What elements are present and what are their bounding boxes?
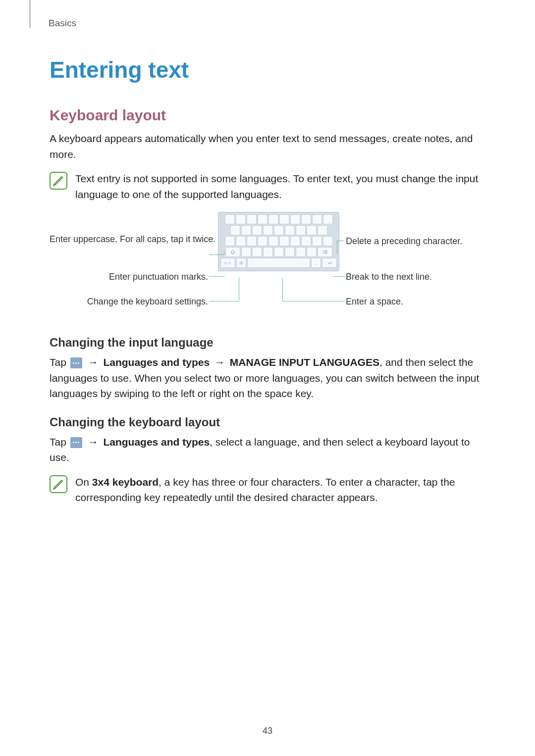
crop-mark bbox=[30, 0, 30, 28]
3x4-keyboard-note: On 3x4 keyboard, a key has three or four… bbox=[50, 474, 490, 505]
note-icon bbox=[50, 475, 67, 493]
svg-point-0 bbox=[241, 262, 242, 264]
subsection-keyboard-layout: Keyboard layout bbox=[50, 107, 490, 124]
page-title: Entering text bbox=[50, 56, 490, 83]
callout-punctuation: Enter punctuation marks. bbox=[50, 271, 208, 283]
enter-key-icon bbox=[322, 258, 337, 268]
change-input-language-paragraph: Tap → Languages and types → MANAGE INPUT… bbox=[50, 354, 490, 402]
keyboard-diagram: !1☺ . Enter uppercase. For all caps, tap… bbox=[50, 212, 495, 321]
note-icon bbox=[50, 172, 67, 190]
symbol-key-icon: !1☺ bbox=[220, 258, 235, 268]
keyboard-illustration: !1☺ . bbox=[218, 212, 339, 271]
more-options-icon bbox=[70, 357, 82, 368]
change-keyboard-layout-paragraph: Tap → Languages and types, select a lang… bbox=[50, 434, 490, 465]
more-options-icon bbox=[70, 437, 82, 448]
callout-delete: Delete a preceding character. bbox=[346, 236, 462, 247]
menu-languages-and-types: Languages and types bbox=[103, 436, 210, 448]
heading-change-input-language: Changing the input language bbox=[50, 336, 490, 350]
language-support-note: Text entry is not supported in some lang… bbox=[50, 171, 490, 202]
heading-change-keyboard-layout: Changing the keyboard layout bbox=[50, 415, 490, 429]
note-text: Text entry is not supported in some lang… bbox=[75, 171, 490, 202]
callout-uppercase: Enter uppercase. For all caps, tap it tw… bbox=[50, 234, 208, 245]
callout-nextline: Break to the next line. bbox=[346, 271, 432, 283]
menu-languages-and-types: Languages and types bbox=[103, 356, 213, 368]
running-header: Basics bbox=[49, 18, 490, 29]
shift-key-icon bbox=[225, 247, 240, 257]
note-text: On 3x4 keyboard, a key has three or four… bbox=[75, 474, 490, 505]
arrow-icon: → bbox=[88, 436, 99, 448]
intro-paragraph: A keyboard appears automatically when yo… bbox=[50, 131, 490, 162]
bold-3x4-keyboard: 3x4 keyboard bbox=[92, 476, 159, 488]
page-number: 43 bbox=[0, 726, 535, 736]
arrow-icon: → bbox=[214, 356, 225, 368]
callout-space: Enter a space. bbox=[346, 296, 403, 307]
text-tap: Tap bbox=[50, 356, 69, 368]
menu-manage-input-languages: MANAGE INPUT LANGUAGES bbox=[230, 356, 379, 368]
backspace-key-icon bbox=[318, 247, 332, 257]
text-tap: Tap bbox=[50, 436, 69, 448]
settings-key-icon bbox=[236, 258, 246, 268]
space-key bbox=[247, 258, 310, 268]
arrow-icon: → bbox=[88, 356, 99, 368]
page-content: Basics Entering text Keyboard layout A k… bbox=[0, 0, 535, 505]
callout-settings: Change the keyboard settings. bbox=[50, 296, 208, 307]
